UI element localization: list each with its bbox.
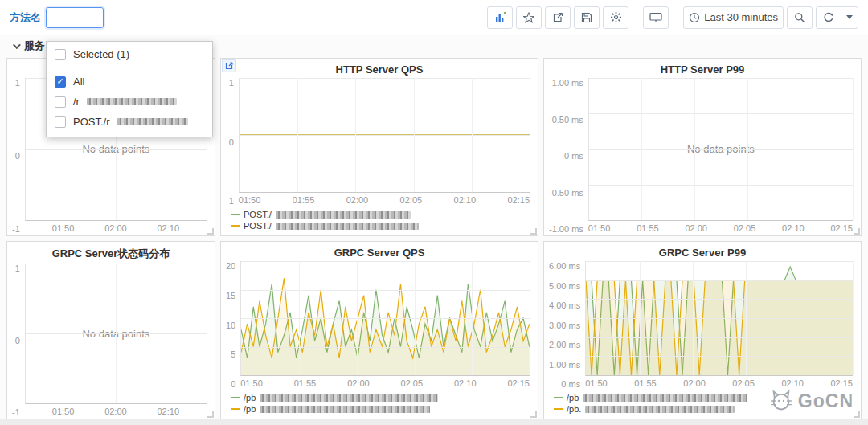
axis-tick: 10 [226,321,235,330]
time-range-button[interactable]: Last 30 minutes [683,6,784,29]
gridline [55,264,55,403]
legend-swatch [554,397,563,398]
variable-input[interactable] [46,7,104,28]
redacted-text [87,98,177,105]
axis-tick: 0 [231,379,235,389]
redacted-text [276,211,411,219]
dropdown-option-label: /r [73,96,80,108]
panel-resize-handle[interactable] [207,411,214,418]
axis-tick: 0 ms [564,151,583,161]
panel-drilldown-icon[interactable] [222,59,236,72]
axis-tick: 0 [15,151,20,161]
axis-tick: 02:15 [830,223,853,233]
legend-item[interactable]: POST./ [231,209,530,220]
checkbox-checked-icon[interactable]: ✓ [55,76,66,88]
legend-label: POST./ [244,220,272,231]
panel-resize-handle[interactable] [854,228,860,235]
gridline [589,185,853,186]
dropdown-selected-row[interactable]: Selected (1) [47,42,212,67]
panel-title[interactable]: HTTP Server QPS [221,59,538,78]
gridline [800,261,800,375]
gridline [355,78,356,192]
axis-tick: -1.00 ms [549,224,583,234]
redacted-text [260,406,430,413]
gridline [693,261,694,375]
axis-tick: 02:05 [400,195,423,205]
legend-swatch [231,397,240,398]
axis-tick: 01:50 [588,223,611,233]
panel-resize-handle[interactable] [854,411,860,418]
axis-tick: 15 [226,291,235,300]
gridline [746,261,747,375]
axis-tick: 4.00 ms [549,300,580,310]
gridline [240,78,530,79]
gridline [530,78,530,192]
panel-resize-handle[interactable] [530,228,537,235]
save-button[interactable] [574,6,600,29]
gridline [853,261,854,375]
refresh-interval-dropdown[interactable] [841,6,858,29]
refresh-button[interactable] [816,6,841,29]
panel-title[interactable]: GRPC Server P99 [544,242,861,261]
axis-tick: 5.00 ms [549,281,580,291]
legend-item[interactable]: /pb [231,392,530,403]
dropdown-option[interactable]: POST./r [47,112,212,132]
y-axis: 10-1 [12,264,25,417]
refresh-icon [823,12,834,23]
add-panel-button[interactable] [487,6,513,29]
checkbox-icon[interactable] [55,116,66,128]
view-mode-button[interactable] [643,6,669,29]
variable-dropdown: Selected (1) ✓All/rPOST./r [46,41,213,137]
axis-tick: -1 [226,196,234,206]
search-icon [794,12,805,23]
axis-tick: 01:55 [294,378,317,388]
gridline [357,261,358,375]
share-button[interactable] [545,6,571,29]
legend-item[interactable]: POST./ [231,220,530,231]
gridline [853,78,854,220]
panel-title[interactable]: GRPC Server QPS [221,242,538,261]
zoom-out-button[interactable] [787,6,813,29]
panel-title[interactable]: GRPC Server状态码分布 [7,242,215,264]
x-axis: 01:5002:0002:10 [25,221,207,234]
dropdown-option[interactable]: /r [47,92,212,112]
gridline [178,264,178,403]
axis-tick: 2.00 ms [549,340,580,349]
gridline [297,78,298,192]
checkbox-icon[interactable] [55,96,66,108]
axis-tick: 02:00 [104,223,127,233]
panel-http-server-p99: HTTP Server P99 1.00 ms0.50 ms0 ms-0.50 … [543,58,862,236]
gear-icon [610,11,622,23]
gridline [241,347,530,348]
panel-resize-handle[interactable] [207,228,214,235]
axis-tick: 1.00 ms [552,78,583,88]
row-collapse-chevron-icon[interactable] [13,41,21,49]
axis-tick: 01:55 [637,223,659,233]
gridline [530,261,530,375]
gridline [586,280,853,281]
row-title[interactable]: 服务 [24,39,45,53]
star-button[interactable] [516,6,542,29]
settings-button[interactable] [603,6,628,29]
y-axis: 1.00 ms0.50 ms0 ms-0.50 ms-1.00 ms [549,78,588,234]
x-axis: 01:5001:5502:0002:0502:1002:15 [588,221,853,234]
gridline [589,78,853,79]
axis-tick: 01:55 [634,378,657,388]
gridline [589,113,853,114]
axis-tick: -0.50 ms [549,188,583,198]
panel-resize-handle[interactable] [530,411,537,418]
redacted-text [585,406,735,413]
dropdown-option[interactable]: ✓All [47,72,212,92]
legend-item[interactable]: /pb [231,403,530,415]
axis-tick: 02:00 [347,378,370,388]
axis-tick: 0 [15,336,20,345]
gridline [299,261,300,375]
x-axis: 01:5002:0002:10 [25,404,207,417]
plot-area [585,261,853,376]
selected-checkbox[interactable] [55,49,66,60]
page-bottom-strip [0,419,868,425]
legend-label: /pb [567,392,579,403]
gridline [241,290,530,291]
legend-label: /pb. [567,403,581,415]
panel-title[interactable]: HTTP Server P99 [544,59,861,78]
